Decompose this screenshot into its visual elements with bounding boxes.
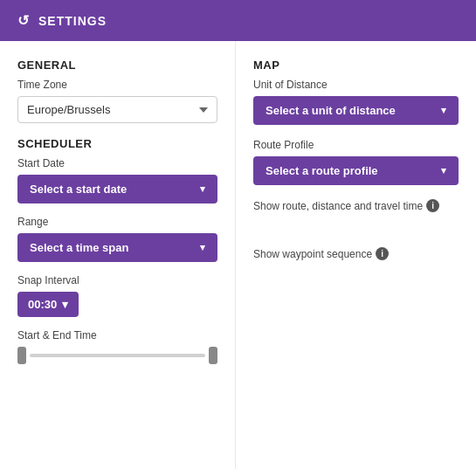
select-route-profile-button[interactable]: Select a route profile ▾ [253, 156, 459, 185]
select-start-date-button[interactable]: Select a start date ▾ [17, 175, 217, 203]
select-route-profile-label: Select a route profile [266, 164, 378, 177]
range-label: Range [17, 216, 217, 228]
range-handle-left[interactable] [17, 347, 26, 364]
range-track [30, 354, 205, 357]
show-route-label: Show route, distance and travel time i [253, 199, 439, 212]
left-panel: GENERAL Time Zone Europe/Brussels UTC Am… [0, 41, 236, 469]
header-title: SETTINGS [38, 14, 107, 28]
show-route-toggle-row: Show route, distance and travel time i [253, 199, 459, 212]
snap-interval-label: Snap Interval [17, 274, 217, 286]
settings-header: ↺ SETTINGS [0, 0, 476, 41]
timezone-label: Time Zone [17, 79, 217, 91]
range-handle-right[interactable] [209, 347, 217, 364]
unit-arrow-icon: ▾ [441, 105, 446, 116]
scheduler-section-title: SCHEDULER [17, 137, 217, 150]
timezone-select[interactable]: Europe/Brussels UTC America/New_York Asi… [17, 96, 217, 123]
snap-interval-value: 00:30 [28, 298, 57, 311]
route-profile-label: Route Profile [253, 139, 459, 151]
show-waypoint-toggle-row: Show waypoint sequence i [253, 247, 459, 260]
snap-arrow-icon: ▾ [62, 298, 68, 311]
select-time-span-label: Select a time span [30, 241, 128, 254]
start-date-label: Start Date [17, 157, 217, 169]
show-waypoint-info-icon[interactable]: i [376, 247, 389, 260]
time-span-arrow-icon: ▾ [200, 242, 205, 253]
snap-interval-button[interactable]: 00:30 ▾ [17, 292, 79, 317]
right-panel: MAP Unit of Distance Select a unit of di… [236, 41, 476, 469]
route-arrow-icon: ▾ [441, 165, 446, 176]
unit-of-distance-label: Unit of Distance [253, 79, 459, 91]
general-section-title: GENERAL [17, 59, 217, 72]
start-end-time-label: Start & End Time [17, 329, 217, 341]
main-content: GENERAL Time Zone Europe/Brussels UTC Am… [0, 41, 476, 469]
map-section-title: MAP [253, 59, 459, 72]
show-route-info-icon[interactable]: i [426, 199, 439, 212]
show-waypoint-label: Show waypoint sequence i [253, 247, 389, 260]
start-date-arrow-icon: ▾ [200, 183, 205, 195]
start-end-time-slider[interactable] [17, 347, 217, 364]
select-unit-distance-label: Select a unit of distance [266, 104, 396, 117]
reset-icon: ↺ [17, 12, 30, 29]
select-time-span-button[interactable]: Select a time span ▾ [17, 233, 217, 262]
select-unit-distance-button[interactable]: Select a unit of distance ▾ [253, 96, 459, 125]
select-start-date-label: Select a start date [30, 183, 127, 196]
